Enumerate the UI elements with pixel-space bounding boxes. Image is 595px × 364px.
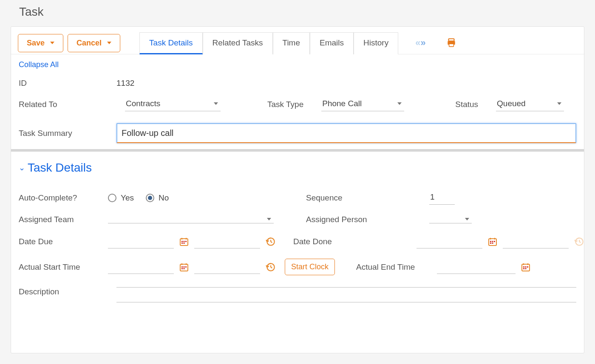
id-label: ID xyxy=(19,79,112,88)
caret-down-icon xyxy=(50,42,54,44)
assigned-person-select[interactable] xyxy=(429,216,472,223)
chevron-down-icon xyxy=(557,102,561,105)
related-to-label: Related To xyxy=(19,100,112,109)
actual-end-input[interactable] xyxy=(437,260,516,274)
tabs: Task Details Related Tasks Time Emails H… xyxy=(139,32,398,54)
svg-rect-7 xyxy=(181,243,183,244)
svg-rect-8 xyxy=(184,243,185,244)
calendar-icon[interactable] xyxy=(178,236,190,248)
row-task-summary: Task Summary xyxy=(19,123,576,143)
status-value: Queued xyxy=(497,99,526,108)
row-actual-times: Actual Start Time Start Clock Actual End… xyxy=(19,259,576,275)
svg-rect-28 xyxy=(185,266,187,268)
date-due-label: Date Due xyxy=(19,237,104,246)
svg-line-35 xyxy=(271,267,272,268)
svg-rect-38 xyxy=(525,266,527,268)
actual-start-input[interactable] xyxy=(108,260,174,274)
status-select[interactable]: Queued xyxy=(496,97,564,111)
section-divider xyxy=(11,149,584,152)
svg-rect-2 xyxy=(449,44,453,47)
svg-rect-30 xyxy=(184,268,185,269)
svg-rect-27 xyxy=(184,266,185,268)
section-title: Task Details xyxy=(28,161,92,175)
svg-rect-37 xyxy=(523,266,524,268)
date-due-time-input[interactable] xyxy=(194,234,260,248)
date-due-input[interactable] xyxy=(108,234,174,248)
tabs-prev-icon[interactable]: « xyxy=(415,37,419,48)
tab-task-details[interactable]: Task Details xyxy=(139,32,202,54)
sequence-input[interactable] xyxy=(429,191,455,205)
svg-rect-17 xyxy=(494,241,495,242)
autocomplete-yes-label: Yes xyxy=(121,193,134,203)
tabs-next-icon[interactable]: » xyxy=(420,37,424,48)
chevron-down-icon xyxy=(267,218,271,220)
tab-time[interactable]: Time xyxy=(273,32,310,54)
autocomplete-no-radio[interactable] xyxy=(146,194,154,202)
svg-rect-15 xyxy=(490,241,491,242)
chevron-down-icon xyxy=(465,218,469,220)
date-done-label: Date Done xyxy=(293,237,412,246)
chevron-down-icon xyxy=(214,102,218,105)
page-title: Task xyxy=(0,0,595,26)
id-value: 1132 xyxy=(116,79,134,88)
clock-history-icon xyxy=(573,236,584,248)
calendar-icon[interactable] xyxy=(178,261,190,273)
autocomplete-yes-radio[interactable] xyxy=(108,194,116,202)
tab-emails[interactable]: Emails xyxy=(310,32,354,54)
svg-line-24 xyxy=(579,242,581,243)
actual-end-label: Actual End Time xyxy=(356,262,433,272)
task-summary-label: Task Summary xyxy=(19,129,112,138)
calendar-icon[interactable] xyxy=(487,236,499,248)
task-type-select[interactable]: Phone Call xyxy=(321,97,404,111)
start-clock-button[interactable]: Start Clock xyxy=(285,259,335,275)
row-date-due-done: Date Due Date Done xyxy=(19,234,576,248)
autocomplete-label: Auto-Complete? xyxy=(19,193,104,203)
chevron-down-icon: ⌄ xyxy=(19,163,25,172)
clock-history-icon[interactable] xyxy=(264,261,276,273)
print-icon[interactable] xyxy=(445,37,457,49)
status-label: Status xyxy=(455,100,478,109)
chevron-down-icon xyxy=(397,102,402,105)
tab-related-tasks[interactable]: Related Tasks xyxy=(203,32,273,54)
row-id: ID 1132 xyxy=(19,79,576,88)
printer-svg xyxy=(446,37,457,48)
clock-history-icon[interactable] xyxy=(264,236,276,248)
svg-rect-26 xyxy=(181,266,183,268)
cancel-button[interactable]: Cancel xyxy=(68,34,120,52)
date-done-input[interactable] xyxy=(416,234,482,248)
svg-rect-39 xyxy=(527,266,528,268)
save-button-label: Save xyxy=(27,39,45,48)
main-panel: Save Cancel Task Details Related Tasks T… xyxy=(11,26,584,353)
section-task-details-header[interactable]: ⌄ Task Details xyxy=(19,161,576,175)
autocomplete-no-label: No xyxy=(159,193,169,203)
tab-scroll-nav: « » xyxy=(415,37,424,48)
svg-rect-6 xyxy=(185,241,187,242)
assigned-team-label: Assigned Team xyxy=(19,215,104,224)
collapse-all-link[interactable]: Collapse All xyxy=(19,60,576,69)
row-description: Description xyxy=(19,287,576,302)
row-autocomplete-sequence: Auto-Complete? Yes No Sequence xyxy=(19,191,576,205)
assigned-person-label: Assigned Person xyxy=(306,215,425,224)
description-input[interactable] xyxy=(116,287,576,302)
task-type-label: Task Type xyxy=(267,100,303,109)
sequence-label: Sequence xyxy=(306,193,425,203)
calendar-icon[interactable] xyxy=(520,261,532,273)
date-done-time-input[interactable] xyxy=(503,234,569,248)
body-area: Collapse All ID 1132 Related To Contract… xyxy=(11,54,584,302)
save-button[interactable]: Save xyxy=(18,34,63,52)
row-assigned: Assigned Team Assigned Person xyxy=(19,215,576,224)
svg-rect-29 xyxy=(181,268,183,269)
svg-rect-41 xyxy=(525,268,527,269)
cancel-button-label: Cancel xyxy=(76,39,102,48)
toolbar-row: Save Cancel Task Details Related Tasks T… xyxy=(11,27,584,54)
task-summary-input[interactable] xyxy=(116,123,576,143)
assigned-team-select[interactable] xyxy=(108,216,274,223)
actual-start-time-input[interactable] xyxy=(194,260,260,274)
related-to-select[interactable]: Contracts xyxy=(125,97,221,111)
tab-history[interactable]: History xyxy=(354,32,398,54)
svg-line-13 xyxy=(271,242,272,243)
related-to-value: Contracts xyxy=(126,99,160,108)
svg-rect-18 xyxy=(490,243,491,244)
row-related: Related To Contracts Task Type Phone Cal… xyxy=(19,97,576,111)
actual-start-label: Actual Start Time xyxy=(19,262,104,272)
